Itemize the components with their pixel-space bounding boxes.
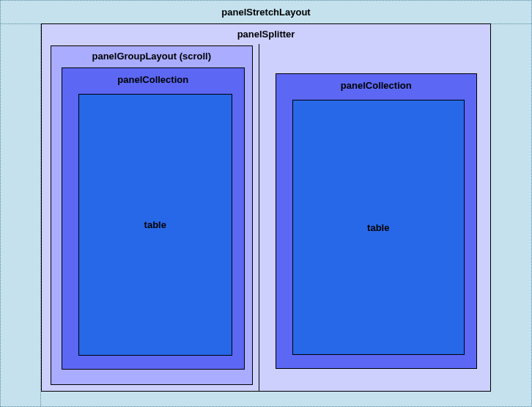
panel-splitter-panes: panelGroupLayout (scroll) panelCollectio… [42,44,490,391]
table-left: table [78,94,232,356]
panel-collection-right: panelCollection table [276,73,478,369]
panel-stretch-layout-body: panelSplitter panelGroupLayout (scroll) … [1,23,531,406]
panel-collection-left: panelCollection table [62,67,245,370]
panel-group-layout: panelGroupLayout (scroll) panelCollectio… [51,45,253,385]
panel-splitter: panelSplitter panelGroupLayout (scroll) … [41,23,491,392]
panel-group-layout-body: panelCollection table [51,66,252,384]
splitter-pane-right: panelCollection table [259,44,491,391]
panel-collection-left-title: panelCollection [62,68,244,91]
stretch-left-rail [1,23,41,406]
panel-splitter-title: panelSplitter [42,24,490,44]
panel-stretch-layout-title: panelStretchLayout [1,1,531,23]
panel-stretch-layout: panelStretchLayout panelSplitter panelGr… [0,0,532,407]
panel-collection-left-body: table [62,91,244,369]
table-right-label: table [367,222,389,233]
table-right: table [292,100,465,355]
panel-group-layout-title: panelGroupLayout (scroll) [51,46,252,66]
panel-collection-right-body: table [276,97,477,368]
panel-collection-right-title: panelCollection [276,74,477,97]
stretch-right-rail [491,23,531,406]
splitter-pane-left: panelGroupLayout (scroll) panelCollectio… [42,44,259,391]
table-left-label: table [144,219,166,230]
